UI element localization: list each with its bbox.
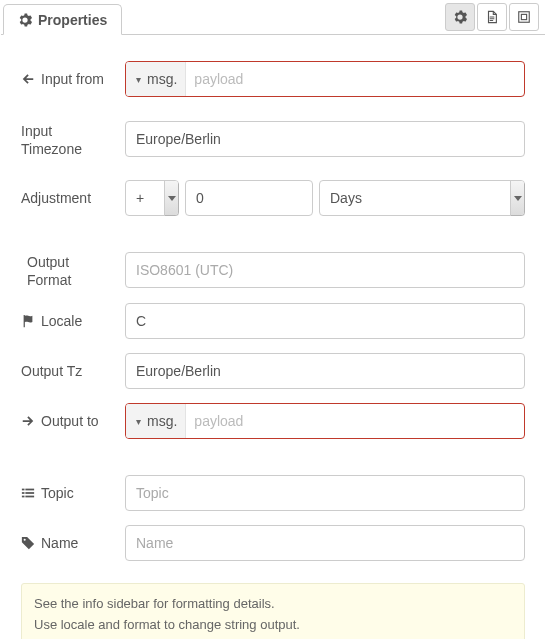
output-to-type-picker[interactable]: ▾ msg. bbox=[126, 404, 186, 438]
svg-rect-7 bbox=[25, 496, 34, 498]
flag-icon bbox=[21, 314, 35, 328]
adjustment-amount-input[interactable] bbox=[185, 180, 313, 216]
adjustment-sign-select[interactable]: + bbox=[125, 180, 179, 216]
row-output-tz: Output Tz bbox=[21, 353, 525, 389]
svg-rect-3 bbox=[25, 489, 34, 491]
label-input-from: Input from bbox=[21, 71, 125, 87]
output-tz-input[interactable] bbox=[125, 353, 525, 389]
label-output-format: OutputFormat bbox=[21, 250, 125, 289]
output-format-input[interactable] bbox=[125, 252, 525, 288]
svg-rect-1 bbox=[521, 14, 526, 19]
svg-rect-0 bbox=[519, 12, 530, 23]
label-input-tz: InputTimezone bbox=[21, 119, 125, 158]
input-from-field[interactable]: ▾ msg. bbox=[125, 61, 525, 97]
list-icon bbox=[21, 486, 35, 500]
bounding-box-icon bbox=[517, 10, 531, 24]
row-topic: Topic bbox=[21, 475, 525, 511]
svg-rect-6 bbox=[22, 496, 25, 498]
output-to-field[interactable]: ▾ msg. bbox=[125, 403, 525, 439]
appearance-button[interactable] bbox=[509, 3, 539, 31]
file-icon bbox=[485, 10, 499, 24]
note-line-2: Use locale and format to change string o… bbox=[34, 615, 512, 636]
adjustment-unit-select[interactable]: Days bbox=[319, 180, 525, 216]
settings-button[interactable] bbox=[445, 3, 475, 31]
tab-label: Properties bbox=[38, 12, 107, 28]
svg-rect-5 bbox=[25, 492, 34, 494]
label-topic: Topic bbox=[21, 485, 125, 501]
arrow-left-icon bbox=[21, 72, 35, 86]
note-line-3: See the info sidebar for several warning… bbox=[34, 636, 512, 639]
label-output-tz: Output Tz bbox=[21, 363, 125, 379]
label-adjustment: Adjustment bbox=[21, 190, 125, 206]
input-timezone-input[interactable] bbox=[125, 121, 525, 157]
panel-toolbar bbox=[445, 3, 539, 31]
svg-rect-4 bbox=[22, 492, 25, 494]
input-from-input[interactable] bbox=[186, 62, 524, 96]
select-handle-icon bbox=[164, 181, 178, 215]
tab-properties[interactable]: Properties bbox=[3, 4, 122, 35]
caret-down-icon: ▾ bbox=[136, 74, 141, 85]
row-input-tz: InputTimezone bbox=[21, 119, 525, 158]
input-from-type-picker[interactable]: ▾ msg. bbox=[126, 62, 186, 96]
label-locale: Locale bbox=[21, 313, 125, 329]
adjustment-sign-value: + bbox=[136, 190, 144, 206]
label-name: Name bbox=[21, 535, 125, 551]
properties-panel: Properties bbox=[0, 0, 546, 639]
tag-icon bbox=[21, 536, 35, 550]
caret-down-icon: ▾ bbox=[136, 416, 141, 427]
gear-icon bbox=[18, 13, 32, 27]
docs-button[interactable] bbox=[477, 3, 507, 31]
name-input[interactable] bbox=[125, 525, 525, 561]
input-from-type-label: msg. bbox=[147, 71, 177, 87]
output-to-type-label: msg. bbox=[147, 413, 177, 429]
output-to-input[interactable] bbox=[186, 404, 524, 438]
row-adjustment: Adjustment + Days bbox=[21, 180, 525, 216]
gear-icon bbox=[453, 10, 467, 24]
locale-input[interactable] bbox=[125, 303, 525, 339]
svg-rect-2 bbox=[22, 489, 25, 491]
info-note: See the info sidebar for formatting deta… bbox=[21, 583, 525, 639]
tab-bar: Properties bbox=[1, 1, 545, 35]
row-input-from: Input from ▾ msg. bbox=[21, 61, 525, 97]
topic-input[interactable] bbox=[125, 475, 525, 511]
row-output-to: Output to ▾ msg. bbox=[21, 403, 525, 439]
select-handle-icon bbox=[510, 181, 524, 215]
form-body: Input from ▾ msg. InputTimezone bbox=[1, 35, 545, 639]
adjustment-unit-value: Days bbox=[330, 190, 362, 206]
row-locale: Locale bbox=[21, 303, 525, 339]
label-output-to: Output to bbox=[21, 413, 125, 429]
note-line-1: See the info sidebar for formatting deta… bbox=[34, 594, 512, 615]
arrow-right-icon bbox=[21, 414, 35, 428]
row-name: Name bbox=[21, 525, 525, 561]
row-output-format: OutputFormat bbox=[21, 250, 525, 289]
